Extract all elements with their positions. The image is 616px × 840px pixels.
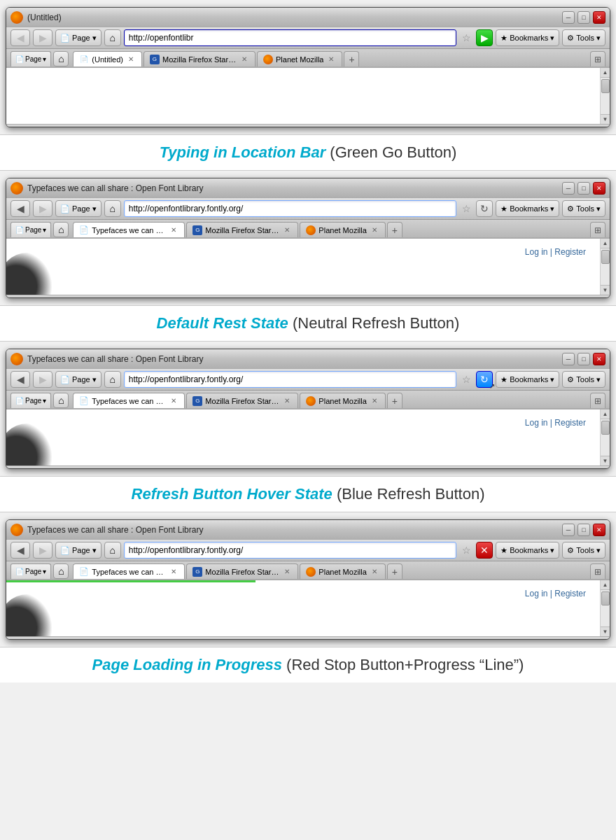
- tab-2-close-loading[interactable]: ✕: [282, 567, 292, 577]
- tools-menu-loading[interactable]: ⚙ Tools ▾: [562, 542, 606, 559]
- forward-button-typing[interactable]: ▶: [33, 29, 52, 46]
- scroll-thumb-hover[interactable]: [601, 421, 610, 435]
- tab-grid-button-rest[interactable]: ⊞: [590, 222, 606, 237]
- scrollbar-typing[interactable]: ▲ ▼: [600, 68, 610, 124]
- forward-button-hover[interactable]: ▶: [33, 371, 52, 388]
- tab-1-rest[interactable]: 📄 Typefaces we can all sh... ✕: [73, 222, 185, 237]
- tab-home-btn-loading[interactable]: ⌂: [53, 564, 69, 579]
- scroll-thumb-rest[interactable]: [601, 250, 610, 264]
- tab-page-btn-loading[interactable]: 📄 Page ▾: [10, 564, 51, 579]
- scroll-down-rest[interactable]: ▼: [601, 285, 610, 295]
- bookmark-star-rest[interactable]: ☆: [458, 201, 474, 216]
- tab-grid-button-hover[interactable]: ⊞: [590, 393, 606, 408]
- tab-2-close-typing[interactable]: ✕: [239, 55, 249, 64]
- minimize-button-loading[interactable]: ─: [562, 524, 575, 536]
- tab-3-close-hover[interactable]: ✕: [370, 396, 379, 406]
- go-button-typing[interactable]: ▶: [476, 29, 493, 46]
- scrollbar-loading[interactable]: ▲ ▼: [600, 580, 610, 636]
- tab-3-close-rest[interactable]: ✕: [370, 225, 379, 235]
- tab-1-close-typing[interactable]: ✕: [126, 55, 136, 64]
- close-button-rest[interactable]: ✕: [593, 182, 606, 195]
- tab-1-close-rest[interactable]: ✕: [169, 225, 178, 235]
- forward-button-loading[interactable]: ▶: [33, 542, 52, 559]
- home-button-hover[interactable]: ⌂: [104, 371, 121, 388]
- minimize-button-rest[interactable]: ─: [562, 182, 575, 195]
- stop-button-loading[interactable]: ✕: [476, 542, 493, 559]
- scroll-up-rest[interactable]: ▲: [601, 239, 610, 248]
- login-text-rest[interactable]: Log in | Register: [525, 247, 586, 257]
- scroll-up-hover[interactable]: ▲: [601, 410, 610, 419]
- tab-1-close-hover[interactable]: ✕: [169, 396, 178, 406]
- minimize-button-hover[interactable]: ─: [562, 353, 575, 365]
- new-tab-button-loading[interactable]: +: [387, 564, 402, 579]
- scroll-up-loading[interactable]: ▲: [601, 580, 610, 590]
- close-button-typing[interactable]: ✕: [593, 11, 606, 24]
- tab-page-btn-typing[interactable]: 📄 Page ▾: [10, 51, 51, 66]
- tab-1-loading[interactable]: 📄 Typefaces we can all sh... ✕: [73, 564, 185, 579]
- page-menu-hover[interactable]: 📄 Page ▾: [55, 371, 102, 388]
- tab-2-rest[interactable]: G Mozilla Firefox Start Page ✕: [186, 222, 298, 237]
- tab-1-hover[interactable]: 📄 Typefaces we can all sh... ✕: [73, 393, 185, 408]
- scroll-thumb-typing[interactable]: [601, 79, 610, 93]
- refresh-button-hover[interactable]: ↻ ↗: [476, 371, 493, 388]
- tools-menu-rest[interactable]: ⚙ Tools ▾: [562, 200, 606, 217]
- scrollbar-rest[interactable]: ▲ ▼: [600, 239, 610, 295]
- maximize-button-loading[interactable]: □: [578, 524, 590, 536]
- location-bar-hover[interactable]: [124, 371, 457, 388]
- tab-3-hover[interactable]: Planet Mozilla ✕: [300, 393, 385, 408]
- forward-button-rest[interactable]: ▶: [33, 200, 52, 217]
- tab-3-loading[interactable]: Planet Mozilla ✕: [300, 564, 385, 579]
- tools-menu-hover[interactable]: ⚙ Tools ▾: [562, 371, 606, 388]
- tab-page-btn-rest[interactable]: 📄 Page ▾: [10, 222, 51, 237]
- refresh-button-rest[interactable]: ↻: [476, 200, 493, 217]
- login-text-hover[interactable]: Log in | Register: [525, 418, 586, 428]
- home-button-loading[interactable]: ⌂: [104, 542, 121, 559]
- tab-grid-button-typing[interactable]: ⊞: [590, 51, 606, 66]
- minimize-button-typing[interactable]: ─: [562, 11, 575, 24]
- scrollbar-hover[interactable]: ▲ ▼: [600, 410, 610, 465]
- home-button-typing[interactable]: ⌂: [104, 29, 121, 46]
- scroll-up-typing[interactable]: ▲: [601, 68, 610, 78]
- location-bar-loading[interactable]: [124, 542, 457, 559]
- login-text-loading[interactable]: Log in | Register: [525, 589, 586, 598]
- tab-2-hover[interactable]: G Mozilla Firefox Start Page ✕: [186, 393, 298, 408]
- tab-home-btn-hover[interactable]: ⌂: [53, 393, 69, 408]
- tab-3-rest[interactable]: Planet Mozilla ✕: [300, 222, 385, 237]
- back-button-hover[interactable]: ◀: [10, 371, 30, 388]
- back-button-typing[interactable]: ◀: [10, 29, 30, 46]
- new-tab-button-typing[interactable]: +: [344, 51, 359, 66]
- tab-2-close-hover[interactable]: ✕: [282, 396, 292, 406]
- page-menu-typing[interactable]: 📄 Page ▾: [55, 29, 102, 46]
- maximize-button-typing[interactable]: □: [578, 11, 590, 24]
- tab-3-typing[interactable]: Planet Mozilla ✕: [257, 51, 342, 66]
- scroll-down-hover[interactable]: ▼: [601, 456, 610, 465]
- tab-home-btn-rest[interactable]: ⌂: [53, 222, 69, 237]
- new-tab-button-rest[interactable]: +: [387, 222, 402, 237]
- page-menu-rest[interactable]: 📄 Page ▾: [55, 200, 102, 217]
- location-bar-rest[interactable]: [124, 200, 457, 217]
- scroll-thumb-loading[interactable]: [601, 592, 610, 606]
- tab-3-close-loading[interactable]: ✕: [370, 567, 379, 577]
- tab-2-close-rest[interactable]: ✕: [282, 225, 292, 235]
- tools-menu-typing[interactable]: ⚙ Tools ▾: [562, 29, 606, 46]
- bookmark-star-typing[interactable]: ☆: [458, 30, 474, 46]
- home-button-rest[interactable]: ⌂: [104, 200, 121, 217]
- tab-1-typing[interactable]: 📄 (Untitled) ✕: [73, 51, 142, 66]
- back-button-rest[interactable]: ◀: [10, 200, 30, 217]
- page-menu-loading[interactable]: 📄 Page ▾: [55, 542, 102, 559]
- tab-home-btn-typing[interactable]: ⌂: [53, 51, 69, 66]
- back-button-loading[interactable]: ◀: [10, 542, 30, 559]
- tab-3-close-typing[interactable]: ✕: [326, 55, 336, 64]
- maximize-button-rest[interactable]: □: [578, 182, 590, 195]
- tab-2-typing[interactable]: G Mozilla Firefox Start Page ✕: [144, 51, 255, 66]
- tab-2-loading[interactable]: G Mozilla Firefox Start Page ✕: [186, 564, 298, 579]
- maximize-button-hover[interactable]: □: [578, 353, 590, 365]
- location-bar-typing[interactable]: [124, 29, 457, 46]
- tab-page-btn-hover[interactable]: 📄 Page ▾: [10, 393, 51, 408]
- bookmarks-menu-rest[interactable]: ★ Bookmarks ▾: [496, 200, 559, 217]
- scroll-down-typing[interactable]: ▼: [601, 114, 610, 124]
- bookmark-star-hover[interactable]: ☆: [458, 372, 474, 387]
- close-button-loading[interactable]: ✕: [593, 524, 606, 536]
- tab-grid-button-loading[interactable]: ⊞: [590, 564, 606, 579]
- bookmarks-menu-hover[interactable]: ★ Bookmarks ▾: [496, 371, 559, 388]
